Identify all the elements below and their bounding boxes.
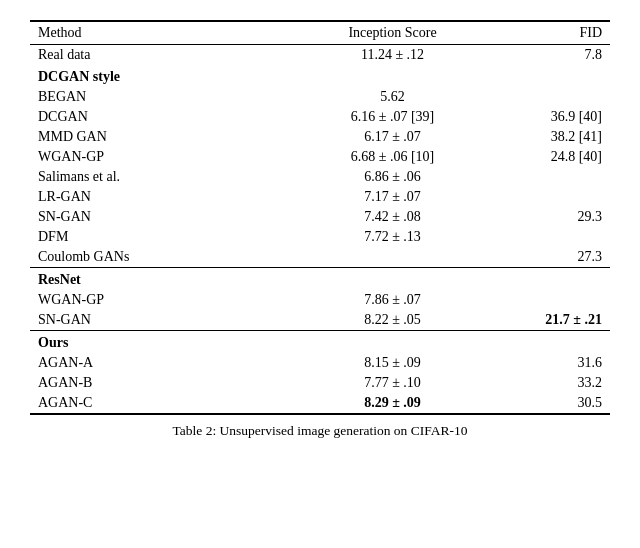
fid-cell: 21.7 ± .21	[494, 310, 610, 331]
table-row: DFM7.72 ± .13	[30, 227, 610, 247]
method-cell: Salimans et al.	[30, 167, 291, 187]
fid-header: FID	[494, 21, 610, 45]
table-row: ResNet	[30, 268, 610, 291]
method-cell: MMD GAN	[30, 127, 291, 147]
score-cell: 8.29 ± .09	[291, 393, 494, 414]
table-row: DCGAN6.16 ± .07 [39]36.9 [40]	[30, 107, 610, 127]
method-cell: WGAN-GP	[30, 147, 291, 167]
results-table: Method Inception Score FID Real data11.2…	[30, 20, 610, 415]
table-row: Real data11.24 ± .127.8	[30, 45, 610, 66]
score-cell: 6.68 ± .06 [10]	[291, 147, 494, 167]
table-row: Ours	[30, 331, 610, 354]
fid-cell: 31.6	[494, 353, 610, 373]
method-cell: WGAN-GP	[30, 290, 291, 310]
score-cell: 8.15 ± .09	[291, 353, 494, 373]
fid-cell: 27.3	[494, 247, 610, 268]
table-row: WGAN-GP7.86 ± .07	[30, 290, 610, 310]
table-container: Method Inception Score FID Real data11.2…	[30, 20, 610, 439]
method-cell: ResNet	[30, 268, 610, 291]
table-row: Coulomb GANs27.3	[30, 247, 610, 268]
method-cell: SN-GAN	[30, 207, 291, 227]
method-cell: DFM	[30, 227, 291, 247]
method-cell: DCGAN style	[30, 65, 610, 87]
fid-cell: 24.8 [40]	[494, 147, 610, 167]
score-cell: 7.86 ± .07	[291, 290, 494, 310]
fid-cell: 38.2 [41]	[494, 127, 610, 147]
method-cell: Coulomb GANs	[30, 247, 291, 268]
table-row: SN-GAN8.22 ± .0521.7 ± .21	[30, 310, 610, 331]
table-row: AGAN-B7.77 ± .1033.2	[30, 373, 610, 393]
table-caption: Table 2: Unsupervised image generation o…	[30, 423, 610, 439]
method-cell: SN-GAN	[30, 310, 291, 331]
table-row: SN-GAN7.42 ± .0829.3	[30, 207, 610, 227]
method-cell: Real data	[30, 45, 291, 66]
score-cell: 5.62	[291, 87, 494, 107]
fid-cell	[494, 290, 610, 310]
fid-cell	[494, 87, 610, 107]
table-row: Salimans et al.6.86 ± .06	[30, 167, 610, 187]
method-cell: AGAN-A	[30, 353, 291, 373]
score-cell	[291, 247, 494, 268]
method-cell: Ours	[30, 331, 610, 354]
score-cell: 6.16 ± .07 [39]	[291, 107, 494, 127]
fid-cell: 30.5	[494, 393, 610, 414]
fid-cell	[494, 187, 610, 207]
table-row: WGAN-GP6.68 ± .06 [10]24.8 [40]	[30, 147, 610, 167]
table-row: LR-GAN7.17 ± .07	[30, 187, 610, 207]
score-cell: 8.22 ± .05	[291, 310, 494, 331]
fid-cell: 7.8	[494, 45, 610, 66]
score-cell: 7.77 ± .10	[291, 373, 494, 393]
fid-cell: 36.9 [40]	[494, 107, 610, 127]
table-row: AGAN-A8.15 ± .0931.6	[30, 353, 610, 373]
table-row: BEGAN5.62	[30, 87, 610, 107]
score-cell: 7.42 ± .08	[291, 207, 494, 227]
table-row: MMD GAN6.17 ± .0738.2 [41]	[30, 127, 610, 147]
method-cell: DCGAN	[30, 107, 291, 127]
score-cell: 6.17 ± .07	[291, 127, 494, 147]
method-header: Method	[30, 21, 291, 45]
table-row: DCGAN style	[30, 65, 610, 87]
score-cell: 7.72 ± .13	[291, 227, 494, 247]
method-cell: BEGAN	[30, 87, 291, 107]
fid-cell	[494, 227, 610, 247]
score-cell: 7.17 ± .07	[291, 187, 494, 207]
score-cell: 6.86 ± .06	[291, 167, 494, 187]
method-cell: AGAN-C	[30, 393, 291, 414]
fid-cell	[494, 167, 610, 187]
fid-cell: 33.2	[494, 373, 610, 393]
method-cell: LR-GAN	[30, 187, 291, 207]
score-cell: 11.24 ± .12	[291, 45, 494, 66]
fid-cell: 29.3	[494, 207, 610, 227]
table-header-row: Method Inception Score FID	[30, 21, 610, 45]
table-row: AGAN-C8.29 ± .0930.5	[30, 393, 610, 414]
inception-score-header: Inception Score	[291, 21, 494, 45]
method-cell: AGAN-B	[30, 373, 291, 393]
